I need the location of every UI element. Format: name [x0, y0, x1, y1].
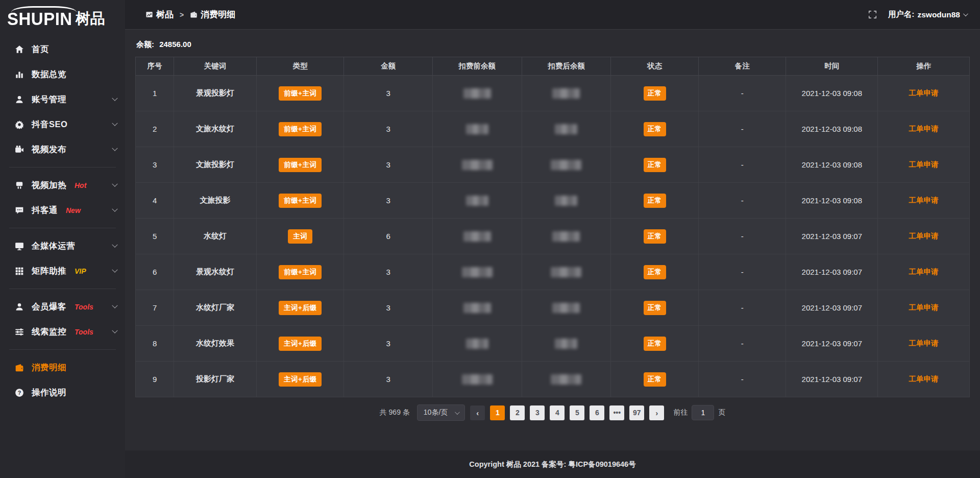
- cell-keyword: 文旅水纹灯: [174, 111, 257, 147]
- cell-action: 工单申请: [878, 362, 970, 397]
- redacted-value: [552, 88, 580, 99]
- breadcrumb-item[interactable]: 消费明细: [190, 9, 235, 20]
- cell-type: 主词+后缀: [256, 362, 344, 397]
- page-button-6[interactable]: 6: [590, 405, 604, 420]
- sidebar-item-视频发布[interactable]: 视频发布: [0, 137, 125, 162]
- sidebar-item-矩阵助推[interactable]: 矩阵助推VIP: [0, 258, 125, 283]
- redacted-value: [555, 339, 577, 349]
- breadcrumb-item[interactable]: 树品: [145, 9, 174, 20]
- table-row: 1景观投影灯前缀+主词3正常-2021-12-03 09:08工单申请: [136, 76, 970, 111]
- type-badge: 主词: [288, 229, 312, 244]
- cell-index: 9: [136, 362, 174, 397]
- sidebar-item-抖客通[interactable]: 抖客通New: [0, 198, 125, 223]
- username-value: zswodun88: [917, 10, 960, 19]
- type-badge: 主词+后缀: [279, 372, 322, 387]
- status-badge: 正常: [644, 301, 666, 315]
- cell-amount: 3: [344, 147, 432, 183]
- status-badge: 正常: [644, 337, 666, 351]
- type-badge: 主词+后缀: [279, 337, 322, 351]
- column-header-序号: 序号: [136, 57, 174, 76]
- sidebar-item-视频加热[interactable]: 视频加热Hot: [0, 173, 125, 198]
- cell-action: 工单申请: [878, 183, 970, 219]
- status-badge: 正常: [644, 122, 666, 136]
- page-button-5[interactable]: 5: [570, 405, 584, 420]
- monitor-icon: [14, 241, 24, 251]
- work-order-link[interactable]: 工单申请: [909, 89, 939, 97]
- column-header-时间: 时间: [786, 57, 878, 76]
- sidebar-item-badge: Tools: [75, 328, 93, 336]
- sidebar-item-抖音SEO[interactable]: 抖音SEO: [0, 112, 125, 137]
- work-order-link[interactable]: 工单申请: [909, 375, 939, 383]
- cell-type: 前缀+主词: [256, 147, 344, 183]
- page-ellipsis-button[interactable]: •••: [609, 405, 624, 420]
- cell-index: 1: [136, 76, 174, 111]
- cell-balance-after: [522, 76, 611, 111]
- page-button-97[interactable]: 97: [629, 405, 644, 420]
- cell-balance-after: [522, 290, 611, 326]
- pagination: 共 969 条 10条/页 ‹ 123456•••97 › 前往 页: [135, 404, 970, 421]
- table-header: 序号关键词类型金额扣费前余额扣费后余额状态备注时间操作: [136, 57, 970, 76]
- fullscreen-icon[interactable]: [868, 10, 877, 19]
- cell-time: 2021-12-03 09:07: [786, 254, 878, 290]
- sidebar-item-label: 矩阵助推: [32, 266, 66, 277]
- work-order-link[interactable]: 工单申请: [909, 125, 939, 133]
- column-header-操作: 操作: [878, 57, 970, 76]
- type-badge: 前缀+主词: [279, 265, 322, 279]
- status-badge: 正常: [644, 372, 666, 387]
- sidebar-item-badge: VIP: [75, 267, 86, 275]
- column-header-关键词: 关键词: [174, 57, 257, 76]
- sidebar-item-首页[interactable]: 首页: [0, 37, 125, 62]
- cell-amount: 3: [344, 326, 432, 362]
- table-body: 1景观投影灯前缀+主词3正常-2021-12-03 09:08工单申请2文旅水纹…: [136, 76, 970, 397]
- sidebar-item-badge: New: [66, 206, 81, 214]
- work-order-link[interactable]: 工单申请: [909, 268, 939, 276]
- page-button-1[interactable]: 1: [490, 405, 505, 420]
- cell-balance-before: [432, 290, 522, 326]
- cell-balance-after: [522, 219, 611, 254]
- sidebar-item-消费明细[interactable]: 消费明细: [0, 355, 125, 380]
- work-order-link[interactable]: 工单申请: [909, 339, 939, 347]
- cell-balance-after: [522, 111, 611, 147]
- work-order-link[interactable]: 工单申请: [909, 160, 939, 169]
- sidebar-item-label: 操作说明: [32, 387, 66, 398]
- column-header-类型: 类型: [256, 57, 344, 76]
- sidebar-item-操作说明[interactable]: ?操作说明: [0, 380, 125, 405]
- column-header-备注: 备注: [698, 57, 786, 76]
- cell-amount: 3: [344, 254, 432, 290]
- prev-page-button[interactable]: ‹: [470, 405, 485, 420]
- goto-page-input[interactable]: [692, 405, 714, 420]
- work-order-link[interactable]: 工单申请: [909, 303, 939, 312]
- sidebar-item-数据总览[interactable]: 数据总览: [0, 62, 125, 87]
- table-row: 6景观水纹灯前缀+主词3正常-2021-12-03 09:07工单申请: [136, 254, 970, 290]
- user-menu[interactable]: 用户名: zswodun88: [888, 9, 967, 20]
- username-label: 用户名:: [888, 9, 915, 20]
- table-row: 9投影灯厂家主词+后缀3正常-2021-12-03 09:07工单申请: [136, 362, 970, 397]
- cell-time: 2021-12-03 09:07: [786, 362, 878, 397]
- column-header-扣费后余额: 扣费后余额: [522, 57, 611, 76]
- sidebar-item-账号管理[interactable]: 账号管理: [0, 87, 125, 112]
- cell-status: 正常: [611, 111, 699, 147]
- sidebar-item-label: 数据总览: [32, 69, 66, 80]
- page-button-3[interactable]: 3: [530, 405, 545, 420]
- cell-amount: 3: [344, 111, 432, 147]
- page-button-4[interactable]: 4: [550, 405, 565, 420]
- cell-time: 2021-12-03 09:08: [786, 183, 878, 219]
- cell-keyword: 水纹灯: [174, 219, 257, 254]
- table-row: 8水纹灯效果主词+后缀3正常-2021-12-03 09:07工单申请: [136, 326, 970, 362]
- user-icon: [14, 94, 24, 105]
- next-page-button[interactable]: ›: [649, 405, 664, 420]
- sidebar-item-线索监控[interactable]: 线索监控Tools: [0, 319, 125, 344]
- work-order-link[interactable]: 工单申请: [909, 196, 939, 204]
- sidebar-item-全媒体运营[interactable]: 全媒体运营: [0, 233, 125, 258]
- cell-time: 2021-12-03 09:07: [786, 219, 878, 254]
- pagination-total: 共 969 条: [380, 408, 410, 417]
- cell-remark: -: [698, 290, 786, 326]
- chevron-down-icon: [112, 327, 117, 333]
- type-badge: 前缀+主词: [279, 194, 322, 208]
- table-row: 4文旅投影前缀+主词3正常-2021-12-03 09:08工单申请: [136, 183, 970, 219]
- work-order-link[interactable]: 工单申请: [909, 232, 939, 240]
- page-button-2[interactable]: 2: [510, 405, 525, 420]
- page-size-select[interactable]: 10条/页: [417, 404, 465, 421]
- status-badge: 正常: [644, 194, 666, 208]
- sidebar-item-会员爆客[interactable]: 会员爆客Tools: [0, 294, 125, 319]
